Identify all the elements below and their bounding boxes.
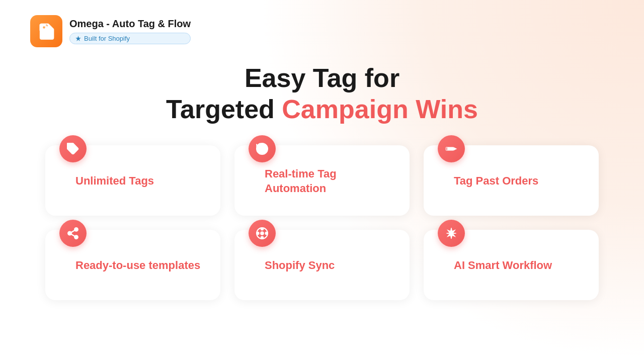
feature-card-ai-workflow: AI Smart Workflow: [424, 230, 599, 300]
ai-workflow-icon: [438, 220, 465, 247]
header-text: Omega - Auto Tag & Flow Built for Shopif…: [69, 18, 191, 44]
feature-card-realtime-tag: Real-time Tag Automation: [234, 145, 410, 216]
svg-point-13: [261, 232, 264, 235]
app-logo: [30, 15, 62, 47]
hero-line1: Easy Tag for: [245, 63, 399, 93]
feature-card-ready-templates: Ready-to-use templates: [45, 230, 220, 300]
svg-point-16: [261, 227, 263, 230]
shopify-sync-icon: [249, 220, 276, 247]
realtime-tag-label: Real-time Tag Automation: [265, 167, 395, 196]
feature-card-shopify-sync: Shopify Sync: [234, 230, 410, 300]
feature-card-tag-past-orders: Tag Past Orders: [424, 145, 599, 216]
unlimited-tags-label: Unlimited Tags: [75, 174, 154, 189]
tag-past-orders-label: Tag Past Orders: [454, 174, 538, 189]
svg-line-10: [71, 234, 74, 236]
svg-marker-5: [453, 147, 457, 151]
svg-rect-6: [446, 147, 447, 151]
shopify-badge-label: Built for Shopify: [84, 35, 130, 42]
hero-section: Easy Tag for Targeted Campaign Wins: [30, 62, 614, 125]
unlimited-tags-icon: [59, 135, 87, 162]
ready-templates-icon: [59, 220, 87, 247]
features-grid: Unlimited Tags Real-time Tag Automation: [45, 145, 599, 300]
svg-line-11: [71, 230, 74, 232]
realtime-tag-icon: [249, 135, 276, 162]
svg-point-14: [257, 232, 259, 234]
hero-line2-normal: Targeted: [166, 95, 282, 124]
ai-workflow-label: AI Smart Workflow: [454, 258, 552, 273]
feature-card-unlimited-tags: Unlimited Tags: [45, 145, 220, 216]
shopify-badge: Built for Shopify: [69, 33, 191, 44]
hero-line2-highlight: Campaign Wins: [282, 95, 478, 124]
shopify-sync-label: Shopify Sync: [265, 258, 335, 273]
tag-past-orders-icon: [438, 135, 465, 162]
ready-templates-label: Ready-to-use templates: [75, 258, 200, 273]
hero-title: Easy Tag for Targeted Campaign Wins: [30, 62, 614, 125]
svg-point-0: [43, 26, 45, 29]
header: Omega - Auto Tag & Flow Built for Shopif…: [30, 15, 614, 47]
svg-point-17: [261, 236, 263, 239]
app-name: Omega - Auto Tag & Flow: [69, 18, 191, 30]
svg-point-15: [265, 232, 268, 234]
svg-marker-1: [75, 36, 80, 41]
